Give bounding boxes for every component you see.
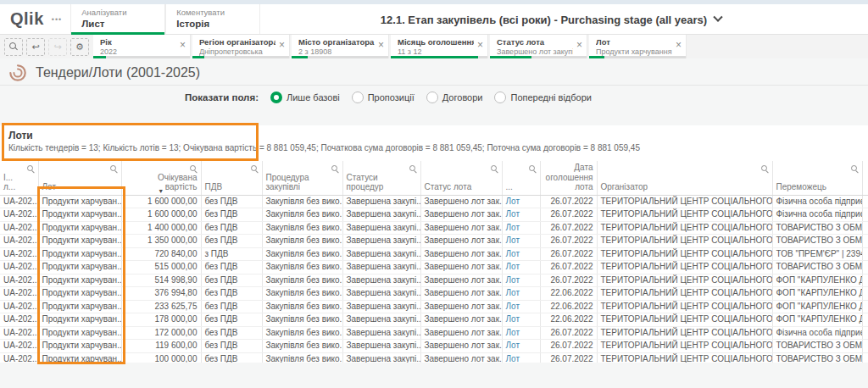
vat-cell[interactable]: без ПДВ — [201, 235, 262, 248]
announce-date-cell[interactable]: 22.06.2022 — [540, 313, 597, 327]
procedure-status-cell[interactable]: Завершена закупі... — [342, 195, 420, 208]
lot-cell[interactable]: Продукти харчуван... — [38, 247, 121, 261]
step-back-icon[interactable]: ↩ — [26, 38, 45, 56]
vat-cell[interactable]: без ПДВ — [201, 326, 262, 340]
lot-status-cell[interactable]: Завершено лот зак... — [420, 300, 502, 313]
procedure-cell[interactable]: Закупівля без вико... — [262, 287, 342, 301]
lot-cell[interactable]: Продукти харчуван... — [38, 235, 121, 248]
vat-cell[interactable]: без ПДВ — [201, 340, 262, 353]
column-header-expected-value[interactable]: Очікувана вартість▼ — [121, 161, 201, 195]
announce-date-cell[interactable]: 26.07.2022 — [540, 247, 597, 261]
winner-cell[interactable]: ФОП "КАРПУЛЕНКО ДМ... — [772, 313, 862, 327]
vat-cell[interactable]: без ПДВ — [201, 300, 262, 313]
organizer-cell[interactable]: ТЕРИТОРІАЛЬНИЙ ЦЕНТР СОЦІАЛЬНОГО ... — [597, 221, 772, 235]
sheet-selector[interactable]: 12.1. Етап закупівель (всі роки) - Purch… — [314, 4, 788, 35]
expected-value-cell[interactable]: 376 994,80 — [121, 287, 201, 301]
winner-cell[interactable]: ТОВАРИСТВО З ОБМЕ... — [772, 261, 862, 274]
tender-lot-id-cell[interactable]: UA-202... — [0, 300, 38, 313]
more-cell[interactable]: Лот — [502, 352, 540, 363]
tab-analyze-sheet[interactable]: Аналізувати Лист — [70, 4, 165, 34]
tender-lot-id-cell[interactable]: UA-202... — [0, 247, 38, 261]
procedure-cell[interactable]: Закупівля без вико... — [262, 352, 342, 363]
more-cell[interactable]: Лот — [502, 261, 540, 274]
announce-date-cell[interactable]: 26.07.2022 — [540, 195, 597, 208]
lot-status-cell[interactable]: Завершено лот зак... — [420, 221, 502, 235]
search-icon[interactable] — [529, 165, 537, 173]
procedure-status-cell[interactable]: Завершена закупі... — [342, 235, 420, 248]
expected-value-cell[interactable]: 100 000,00 — [121, 352, 201, 363]
announce-date-cell[interactable]: 22.06.2022 — [540, 287, 597, 301]
vat-cell[interactable]: без ПДВ — [201, 221, 262, 235]
announce-date-cell[interactable]: 26.07.2022 — [540, 261, 597, 274]
winner-cell[interactable]: ФОП "КАРПУЛЕНКО ДМ... — [772, 274, 862, 287]
lot-cell[interactable]: Продукти харчуван... — [38, 352, 121, 363]
tender-lot-id-cell[interactable]: UA-202... — [0, 195, 38, 208]
vat-cell[interactable]: з ПДВ — [201, 247, 262, 261]
procedure-cell[interactable]: Закупівля без вико... — [262, 247, 342, 261]
overflow-cell[interactable] — [862, 195, 868, 208]
procedure-status-cell[interactable]: Завершена закупі... — [342, 313, 420, 327]
tender-lot-id-cell[interactable]: UA-202... — [0, 274, 38, 287]
winner-cell[interactable]: ТОВ "ПРЕМ'ЄР" | 23940... — [772, 247, 862, 261]
more-cell[interactable]: Лот — [502, 300, 540, 313]
search-icon[interactable] — [27, 165, 35, 173]
tender-lot-id-cell[interactable]: UA-202... — [0, 261, 38, 274]
expected-value-cell[interactable]: 1 600 000,00 — [121, 208, 201, 222]
procedure-cell[interactable]: Закупівля без вико... — [262, 261, 342, 274]
filter-chip-organizer-city[interactable]: Місто організатора2 з 18908× — [292, 35, 389, 58]
search-icon[interactable] — [851, 165, 859, 173]
tender-lot-id-cell[interactable]: UA-202... — [0, 235, 38, 248]
procedure-status-cell[interactable]: Завершена закупі... — [342, 221, 420, 235]
organizer-cell[interactable]: ТЕРИТОРІАЛЬНИЙ ЦЕНТР СОЦІАЛЬНОГО ... — [597, 326, 772, 340]
overflow-cell[interactable] — [862, 261, 868, 274]
lot-status-cell[interactable]: Завершено лот зак... — [420, 261, 502, 274]
winner-cell[interactable]: ТОВАРИСТВО З ОБМЕ... — [772, 221, 862, 235]
overflow-cell[interactable] — [862, 274, 868, 287]
lot-status-cell[interactable]: Завершено лот зак... — [420, 208, 502, 222]
organizer-cell[interactable]: ТЕРИТОРІАЛЬНИЙ ЦЕНТР СОЦІАЛЬНОГО ... — [597, 300, 772, 313]
procedure-cell[interactable]: Закупівля без вико... — [262, 235, 342, 248]
lot-status-cell[interactable]: Завершено лот зак... — [420, 287, 502, 301]
column-header-organizer[interactable]: Організатор — [597, 161, 772, 195]
more-cell[interactable]: Лот — [502, 221, 540, 235]
lot-cell[interactable]: Продукти харчуван... — [38, 326, 121, 340]
column-header-lot[interactable]: Лот — [38, 161, 121, 195]
lot-status-cell[interactable]: Завершено лот зак... — [420, 274, 502, 287]
tender-lot-id-cell[interactable]: UA-202... — [0, 208, 38, 222]
procedure-status-cell[interactable]: Завершена закупі... — [342, 300, 420, 313]
procedure-cell[interactable]: Закупівля без вико... — [262, 326, 342, 340]
lot-status-cell[interactable]: Завершено лот зак... — [420, 340, 502, 353]
more-menu-icon[interactable]: ••• — [52, 15, 62, 24]
expected-value-cell[interactable]: 119 600,00 — [121, 340, 201, 353]
organizer-cell[interactable]: ТЕРИТОРІАЛЬНИЙ ЦЕНТР СОЦІАЛЬНОГО ... — [597, 247, 772, 261]
more-cell[interactable]: Лот — [502, 195, 540, 208]
overflow-cell[interactable] — [862, 313, 868, 327]
search-icon[interactable] — [110, 165, 118, 173]
column-header-overflow[interactable] — [862, 161, 868, 195]
tender-lot-id-cell[interactable]: UA-202... — [0, 326, 38, 340]
announce-date-cell[interactable]: 26.07.2022 — [540, 352, 597, 363]
more-cell[interactable]: Лот — [502, 313, 540, 327]
tender-lot-id-cell[interactable]: UA-202... — [0, 352, 38, 363]
more-cell[interactable]: Лот — [502, 287, 540, 301]
procedure-cell[interactable]: Закупівля без вико... — [262, 221, 342, 235]
filter-chip-lot[interactable]: ЛотПродукти харчування× — [589, 35, 687, 58]
lot-cell[interactable]: Продукти харчуван... — [38, 274, 121, 287]
winner-cell[interactable]: ФОП "КАРПУЛЕНКО ДМ... — [772, 300, 862, 313]
announce-date-cell[interactable]: 26.07.2022 — [540, 208, 597, 222]
organizer-cell[interactable]: ТЕРИТОРІАЛЬНИЙ ЦЕНТР СОЦІАЛЬНОГО ... — [597, 261, 772, 274]
overflow-cell[interactable] — [862, 340, 868, 353]
step-forward-icon[interactable]: ↪ — [48, 38, 67, 56]
organizer-cell[interactable]: ТЕРИТОРІАЛЬНИЙ ЦЕНТР СОЦІАЛЬНОГО ... — [597, 352, 772, 363]
close-icon[interactable]: × — [279, 40, 285, 50]
close-icon[interactable]: × — [378, 40, 384, 50]
vat-cell[interactable]: без ПДВ — [201, 313, 262, 327]
procedure-status-cell[interactable]: Завершена закупі... — [342, 352, 420, 363]
column-header-more[interactable]: ... — [502, 161, 540, 195]
announce-date-cell[interactable]: 26.07.2022 — [540, 221, 597, 235]
filter-chip-organizer-region[interactable]: Регіон організатораДніпропетровська× — [192, 35, 290, 58]
expected-value-cell[interactable]: 233 625,75 — [121, 300, 201, 313]
clear-selections-icon[interactable]: ⚙ — [70, 38, 89, 56]
close-icon[interactable]: × — [180, 40, 186, 50]
qlik-logo[interactable]: Qlik — [10, 9, 44, 29]
